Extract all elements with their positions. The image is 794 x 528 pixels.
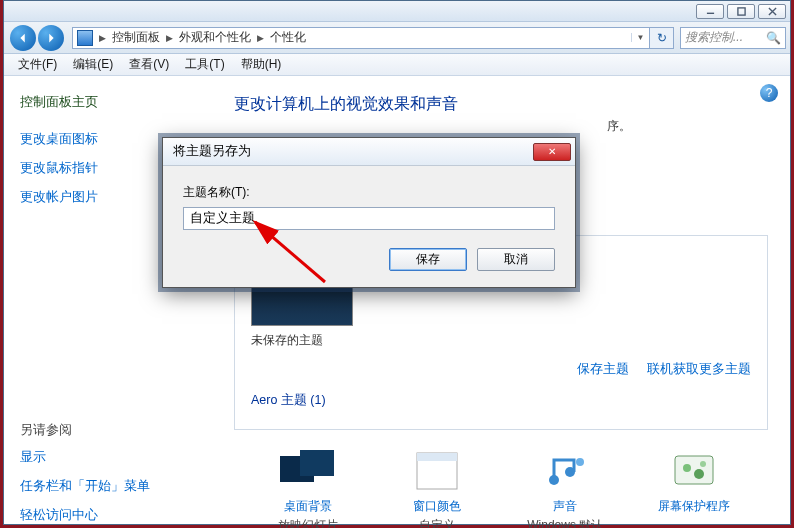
save-button[interactable]: 保存 xyxy=(389,248,467,271)
theme-name-input[interactable] xyxy=(183,207,555,230)
cancel-button[interactable]: 取消 xyxy=(477,248,555,271)
dialog-close-button[interactable]: ✕ xyxy=(533,143,571,161)
dialog-titlebar: 将主题另存为 ✕ xyxy=(163,138,575,166)
modal-overlay: 将主题另存为 ✕ 主题名称(T): 保存 取消 xyxy=(0,0,794,528)
save-theme-dialog: 将主题另存为 ✕ 主题名称(T): 保存 取消 xyxy=(162,137,576,288)
dialog-title: 将主题另存为 xyxy=(173,143,251,160)
theme-name-label: 主题名称(T): xyxy=(183,184,555,201)
